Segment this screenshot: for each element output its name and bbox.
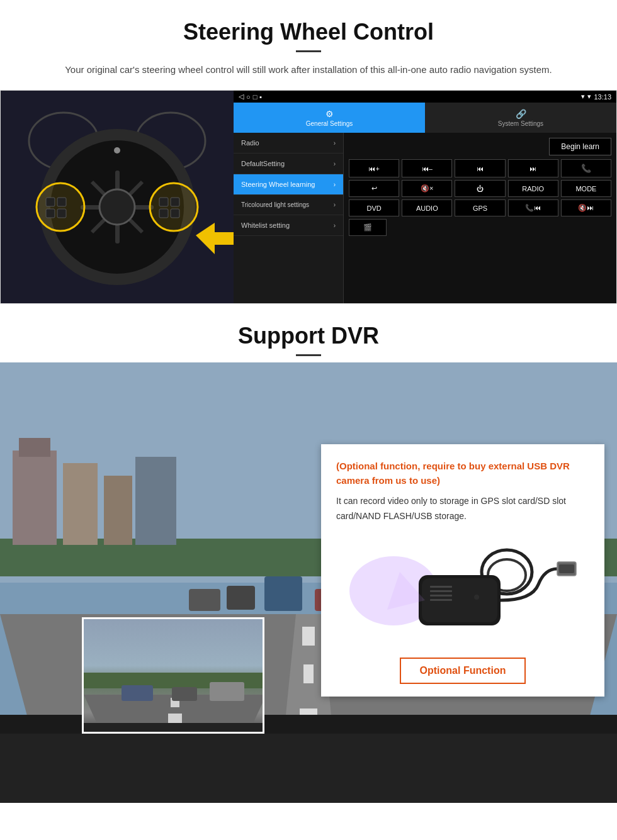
menu-item-tricoloured[interactable]: Tricoloured light settings › [234, 195, 343, 215]
dashcam-inset-image [82, 617, 264, 734]
dvd-button[interactable]: DVD [349, 199, 399, 216]
mode-button[interactable]: MODE [561, 180, 611, 197]
menu-item-radio-label: Radio [241, 139, 259, 147]
settings-icon: 🔗 [516, 109, 526, 119]
chevron-right-icon: › [334, 181, 336, 188]
menu-item-tricoloured-label: Tricoloured light settings [241, 201, 309, 208]
svg-rect-34 [189, 589, 220, 611]
dvr-section: Support DVR [0, 304, 617, 803]
gps-button[interactable]: GPS [455, 199, 505, 216]
optional-function-button[interactable]: Optional Function [400, 658, 526, 684]
tab-general-settings[interactable]: ⚙ General Settings [234, 103, 425, 133]
page-title: Steering Wheel Control [25, 19, 592, 45]
chevron-right-icon: › [334, 222, 336, 229]
wheel-background [1, 91, 234, 304]
svg-rect-47 [122, 685, 153, 701]
svg-rect-35 [227, 586, 255, 610]
vol-up-button[interactable]: ⏮+ [349, 159, 399, 177]
menu-item-whitelist-label: Whitelist setting [241, 221, 290, 229]
svg-rect-50 [84, 723, 264, 734]
dvr-camera-illustration [336, 534, 589, 647]
phone-prev-button[interactable]: 📞⏮ [508, 199, 558, 216]
begin-learn-button[interactable]: Begin learn [549, 138, 611, 155]
mute-button[interactable]: 🔇× [402, 180, 452, 197]
signal-icon: ▾ [581, 92, 585, 101]
phone-button[interactable]: 📞 [561, 159, 611, 177]
overview-icon: □ [253, 93, 258, 101]
extra-icon: ▪ [259, 93, 262, 101]
mute-next-button[interactable]: 🔇⏭ [561, 199, 611, 216]
status-time: 13:13 [594, 93, 611, 101]
media-button[interactable]: 🎬 [349, 219, 387, 236]
svg-rect-17 [171, 198, 179, 206]
tab-system-settings[interactable]: 🔗 System Settings [425, 103, 616, 133]
svg-rect-39 [0, 727, 617, 803]
android-statusbar: ◁ ○ □ ▪ ▾ ▾ 13:13 [234, 91, 616, 103]
settings-menu-list: Radio › DefaultSetting › Steering Wheel … [234, 133, 344, 303]
svg-rect-15 [57, 209, 66, 218]
menu-item-defaultsetting[interactable]: DefaultSetting › [234, 154, 343, 174]
menu-item-steering-wheel[interactable]: Steering Wheel learning › [234, 174, 343, 195]
svg-rect-14 [46, 209, 55, 218]
audio-button[interactable]: AUDIO [402, 199, 452, 216]
steering-demo-area: ◁ ○ □ ▪ ▾ ▾ 13:13 ⚙ General Settings 🔗 S… [0, 90, 617, 304]
control-row-2: ↩ 🔇× ⏻ RADIO MODE [349, 180, 611, 197]
menu-item-radio[interactable]: Radio › [234, 133, 343, 154]
dvr-optional-text: (Optional function, require to buy exter… [336, 459, 589, 488]
dvr-title: Support DVR [25, 323, 592, 349]
steering-wheel-image [1, 91, 234, 304]
next-track-button[interactable]: ⏭ [508, 159, 558, 177]
svg-rect-28 [135, 457, 176, 545]
android-tabs[interactable]: ⚙ General Settings 🔗 System Settings [234, 103, 616, 133]
dashcam-road-svg [84, 619, 264, 734]
control-panel: Begin learn ⏮+ ⏮– ⏮ ⏭ 📞 ↩ 🔇× ⏻ RADIO [344, 133, 616, 303]
svg-point-10 [37, 183, 84, 231]
android-panel: ◁ ○ □ ▪ ▾ ▾ 13:13 ⚙ General Settings 🔗 S… [234, 91, 616, 303]
dvr-description: It can record video only to storage in G… [336, 494, 589, 524]
svg-rect-46 [168, 714, 182, 723]
begin-learn-row: Begin learn [349, 138, 611, 155]
svg-rect-25 [19, 438, 50, 457]
section-subtitle: Your original car's steering wheel contr… [50, 62, 567, 77]
svg-rect-57 [430, 590, 452, 592]
gear-icon: ⚙ [325, 109, 334, 119]
tab-general-label: General Settings [306, 120, 353, 127]
dvr-divider [296, 354, 321, 356]
dvr-content-area: (Optional function, require to buy exter… [0, 362, 617, 803]
dvr-camera-svg [337, 534, 589, 647]
svg-rect-27 [104, 476, 132, 545]
back-button[interactable]: ↩ [349, 180, 399, 197]
control-row-4: 🎬 [349, 219, 611, 236]
dvr-title-area: Support DVR [0, 304, 617, 362]
tab-system-label: System Settings [498, 120, 543, 127]
svg-rect-26 [63, 463, 98, 545]
home-icon: ○ [246, 93, 251, 101]
svg-rect-16 [159, 198, 168, 206]
svg-rect-49 [210, 682, 244, 701]
svg-rect-58 [430, 595, 452, 596]
svg-rect-56 [430, 586, 452, 588]
svg-rect-18 [159, 209, 168, 218]
svg-rect-13 [57, 198, 66, 206]
menu-item-steering-label: Steering Wheel learning [241, 181, 315, 188]
svg-rect-59 [430, 599, 452, 601]
vol-down-button[interactable]: ⏮– [402, 159, 452, 177]
svg-rect-31 [302, 627, 315, 646]
svg-rect-12 [46, 198, 55, 206]
svg-point-9 [114, 147, 120, 154]
svg-point-8 [99, 189, 135, 225]
svg-point-11 [150, 183, 198, 231]
svg-rect-36 [264, 576, 302, 611]
prev-track-button[interactable]: ⏮ [455, 159, 505, 177]
svg-rect-19 [171, 209, 179, 218]
svg-rect-32 [303, 664, 314, 683]
svg-rect-48 [172, 687, 197, 701]
chevron-right-icon: › [334, 140, 336, 147]
wheel-svg [1, 91, 234, 304]
menu-item-whitelist[interactable]: Whitelist setting › [234, 215, 343, 236]
radio-button[interactable]: RADIO [508, 180, 558, 197]
control-row-3: DVD AUDIO GPS 📞⏮ 🔇⏭ [349, 199, 611, 216]
power-button[interactable]: ⏻ [455, 180, 505, 197]
title-divider [296, 50, 321, 52]
svg-rect-24 [13, 451, 57, 545]
